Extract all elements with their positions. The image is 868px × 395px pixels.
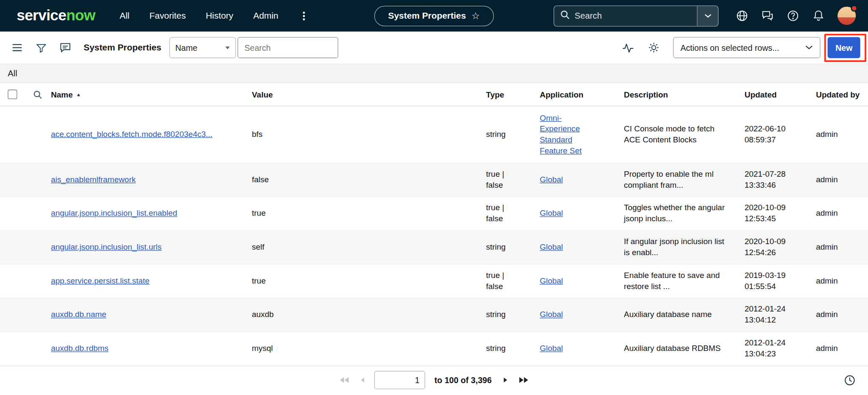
description-cell: If angular jsonp inclusion list is enabl… (624, 236, 745, 258)
more-menu-icon[interactable] (298, 9, 309, 22)
chat-icon[interactable] (761, 9, 774, 22)
next-page-button[interactable] (501, 376, 510, 385)
select-all-checkbox[interactable] (8, 90, 17, 99)
help-icon[interactable] (787, 9, 799, 22)
page-pill-label: System Properties (388, 11, 466, 21)
table-row: app.service.persist.list.state true true… (0, 264, 868, 298)
value-cell: self (252, 242, 486, 253)
property-link[interactable]: ais_enablemlframework (51, 175, 136, 184)
application-cell: Omni-Experience Standard Feature Set (540, 113, 624, 156)
table-row: ace.content_blocks.fetch.mode.f80203e4c3… (0, 106, 868, 164)
updated-by-cell: admin (816, 343, 868, 354)
application-link[interactable]: Global (540, 175, 563, 186)
global-search[interactable] (554, 5, 718, 26)
application-cell: Global (540, 175, 624, 186)
description-cell: Enable feature to save and restore list … (624, 270, 745, 292)
table-row: angular.jsonp.inclusion_list.enabled tru… (0, 197, 868, 231)
nav-admin[interactable]: Admin (253, 11, 278, 21)
primary-nav: All Favorites History Admin (120, 9, 309, 22)
value-cell: false (252, 175, 486, 186)
property-link[interactable]: app.service.persist.list.state (51, 276, 150, 285)
globe-icon[interactable] (736, 9, 748, 22)
updated-cell: 2022-06-10 08:59:37 (745, 124, 816, 145)
updated-by-cell: admin (816, 309, 868, 320)
page-input[interactable] (374, 371, 425, 389)
name-cell: app.service.persist.list.state (51, 276, 252, 287)
nav-all[interactable]: All (120, 11, 129, 21)
application-link[interactable]: Global (540, 208, 563, 219)
activity-pulse-icon[interactable] (622, 41, 634, 54)
last-page-button[interactable] (517, 376, 529, 385)
current-page-pill[interactable]: System Properties ☆ (374, 6, 494, 26)
application-link[interactable]: Global (540, 343, 563, 354)
table-row: auxdb.db.name auxdb string Global Auxili… (0, 298, 868, 332)
nav-favorites[interactable]: Favorites (149, 11, 186, 21)
updated-cell: 2019-03-19 01:55:54 (745, 270, 816, 292)
value-cell: true (252, 276, 486, 287)
settings-gear-icon[interactable] (648, 42, 660, 54)
description-cell: Auxiliary database name (624, 309, 745, 320)
chevron-down-icon (805, 45, 813, 50)
table-row: ais_enablemlframework false true | false… (0, 163, 868, 197)
global-search-input[interactable] (575, 11, 697, 21)
application-cell: Global (540, 343, 624, 354)
servicenow-logo[interactable]: servicenow (17, 7, 95, 24)
application-link[interactable]: Global (540, 276, 563, 287)
pagination-range-text: to 100 of 3,396 (434, 376, 492, 385)
row-actions-select[interactable]: Actions on selected rows... (673, 37, 820, 58)
list-search-input[interactable] (237, 37, 338, 58)
column-header-application[interactable]: Application (540, 90, 624, 99)
application-cell: Global (540, 309, 624, 320)
property-link[interactable]: auxdb.db.rdbms (51, 344, 108, 353)
type-cell: true | false (486, 169, 540, 191)
value-cell: mysql (252, 343, 486, 354)
comments-icon[interactable] (59, 42, 72, 54)
notification-badge (851, 5, 858, 12)
column-header-name[interactable]: Name▲ (51, 90, 252, 99)
nav-history[interactable]: History (206, 11, 233, 21)
filter-icon[interactable] (36, 42, 47, 53)
property-link[interactable]: ace.content_blocks.fetch.mode.f80203e4c3… (51, 130, 212, 139)
column-header-updated-by[interactable]: Updated by (816, 90, 868, 99)
prev-page-button[interactable] (357, 376, 367, 385)
property-link[interactable]: auxdb.db.name (51, 310, 106, 319)
description-cell: Property to enable the ml compliant fram… (624, 169, 745, 191)
application-link[interactable]: Global (540, 309, 563, 320)
name-cell: ace.content_blocks.fetch.mode.f80203e4c3… (51, 129, 252, 140)
updated-cell: 2020-10-09 12:54:26 (745, 236, 816, 258)
property-link[interactable]: angular.jsonp.inclusion_list.urls (51, 242, 161, 251)
breadcrumb-all[interactable]: All (8, 68, 17, 78)
updated-by-cell: admin (816, 129, 868, 140)
chevron-down-icon (225, 46, 229, 49)
notifications-bell-icon[interactable] (812, 9, 825, 22)
property-link[interactable]: angular.jsonp.inclusion_list.enabled (51, 209, 177, 218)
table-row: auxdb.db.rdbms mysql string Global Auxil… (0, 332, 868, 366)
logo-service-text: service (17, 7, 66, 24)
application-link[interactable]: Omni-Experience Standard Feature Set (540, 113, 593, 156)
column-header-description[interactable]: Description (624, 90, 745, 99)
first-page-button[interactable] (339, 376, 350, 385)
application-cell: Global (540, 242, 624, 253)
name-cell: auxdb.db.name (51, 309, 252, 320)
new-record-button[interactable]: New (828, 37, 860, 58)
application-cell: Global (540, 276, 624, 287)
system-properties-list: Name▲ Value Type Application Description… (0, 83, 868, 366)
column-header-updated[interactable]: Updated (745, 90, 816, 99)
application-link[interactable]: Global (540, 242, 563, 253)
pagination: to 100 of 3,396 (339, 371, 529, 389)
app-root: servicenow All Favorites History Admin S… (0, 0, 868, 395)
value-cell: bfs (252, 129, 486, 140)
column-search-icon[interactable] (24, 89, 51, 100)
favorite-star-icon[interactable]: ☆ (471, 11, 480, 20)
column-header-value[interactable]: Value (252, 90, 486, 99)
sort-asc-icon: ▲ (76, 92, 81, 97)
column-header-type[interactable]: Type (486, 90, 540, 99)
description-cell: Toggles whether the angular jsonp inclus… (624, 203, 745, 225)
search-field-select[interactable]: Name (169, 37, 236, 58)
updated-by-cell: admin (816, 208, 868, 219)
user-avatar[interactable] (837, 7, 856, 25)
list-menu-icon[interactable] (11, 42, 23, 54)
value-cell: auxdb (252, 309, 486, 320)
search-scope-dropdown[interactable] (697, 6, 718, 26)
recent-history-clock-icon[interactable] (844, 374, 856, 386)
